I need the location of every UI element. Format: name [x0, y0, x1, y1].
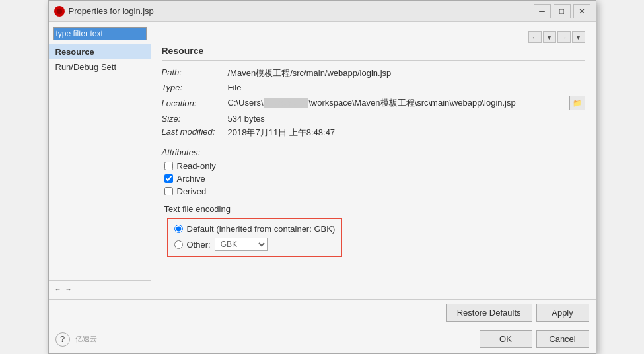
- encoding-select[interactable]: GBK UTF-8 ISO-8859-1: [215, 238, 268, 251]
- derived-label: Derived: [177, 186, 207, 196]
- title-bar: Properties for login.jsp ─ □ ✕: [49, 1, 596, 22]
- minimize-button[interactable]: ─: [534, 4, 551, 18]
- main-content: ← ▼ → ▼ Resource Path: /Maven模板工程/src/ma…: [151, 22, 596, 299]
- encoding-box: Default (inherited from container: GBK) …: [167, 218, 343, 257]
- maximize-button[interactable]: □: [554, 4, 571, 18]
- default-encoding-label: Default (inherited from container: GBK): [187, 224, 336, 234]
- attributes-label: Attributes:: [162, 147, 585, 157]
- sidebar-item-rundebug[interactable]: Run/Debug Sett: [49, 59, 151, 75]
- nav-back-btn[interactable]: ←: [528, 31, 542, 43]
- footer-left: ? 亿速云: [55, 332, 97, 347]
- cancel-button[interactable]: Cancel: [536, 330, 589, 348]
- window-icon: [54, 6, 65, 17]
- size-row: Size: 534 bytes: [162, 114, 585, 124]
- default-encoding-radio[interactable]: [174, 225, 183, 233]
- readonly-checkbox[interactable]: [164, 162, 173, 170]
- apply-button[interactable]: Apply: [536, 304, 589, 322]
- modified-label: Last modified:: [162, 127, 228, 139]
- dialog-body: Resource Run/Debug Sett ← → ← ▼ → ▼ Reso…: [49, 22, 596, 299]
- close-button[interactable]: ✕: [573, 4, 590, 18]
- sidebar: Resource Run/Debug Sett ← →: [49, 22, 151, 299]
- encoding-label: Text file encoding: [164, 204, 585, 214]
- archive-checkbox[interactable]: [164, 174, 173, 183]
- main-nav: ← ▼ → ▼: [162, 31, 585, 43]
- nav-fwd-btn[interactable]: →: [557, 31, 571, 43]
- default-encoding-row: Default (inherited from container: GBK): [174, 224, 336, 234]
- derived-row: Derived: [164, 186, 585, 196]
- window-title: Properties for login.jsp: [69, 6, 534, 16]
- sidebar-forward-arrow[interactable]: →: [63, 283, 74, 294]
- sidebar-item-resource[interactable]: Resource: [49, 44, 151, 59]
- sidebar-bottom: ← →: [49, 280, 151, 297]
- type-value: File: [228, 83, 585, 92]
- help-button[interactable]: ?: [55, 332, 70, 347]
- other-encoding-row: Other: GBK UTF-8 ISO-8859-1: [174, 238, 336, 251]
- archive-label: Archive: [177, 174, 205, 184]
- sidebar-back-arrow[interactable]: ←: [53, 283, 63, 294]
- readonly-row: Read-only: [164, 161, 585, 171]
- restore-defaults-button[interactable]: Restore Defaults: [446, 304, 532, 322]
- path-row: Path: /Maven模板工程/src/main/webapp/login.j…: [162, 67, 585, 79]
- modified-row: Last modified: 2018年7月11日 上午8:48:47: [162, 127, 585, 139]
- path-value: /Maven模板工程/src/main/webapp/login.jsp: [228, 67, 585, 79]
- location-row: Location: C:\Users\xxxxx\workspace\Maven…: [162, 96, 585, 110]
- encoding-section: Text file encoding Default (inherited fr…: [164, 204, 585, 257]
- watermark: 亿速云: [75, 334, 97, 344]
- nav-back-down-btn[interactable]: ▼: [543, 31, 556, 43]
- type-row: Type: File: [162, 83, 585, 92]
- dialog-footer: Restore Defaults Apply ? 亿速云 OK Cancel: [49, 299, 596, 353]
- size-value: 534 bytes: [228, 114, 585, 124]
- type-label: Type:: [162, 83, 228, 92]
- other-encoding-radio[interactable]: [174, 240, 183, 249]
- dialog: Properties for login.jsp ─ □ ✕ Resource …: [48, 0, 596, 354]
- footer-right: OK Cancel: [480, 330, 589, 348]
- modified-value: 2018年7月11日 上午8:48:47: [228, 127, 585, 139]
- location-browse-button[interactable]: 📁: [569, 96, 585, 110]
- archive-row: Archive: [164, 174, 585, 184]
- nav-fwd-down-btn[interactable]: ▼: [572, 31, 585, 43]
- section-title: Resource: [162, 46, 585, 61]
- path-label: Path:: [162, 67, 228, 79]
- footer-bottom: ? 亿速云 OK Cancel: [49, 326, 596, 353]
- footer-top: Restore Defaults Apply: [49, 300, 596, 326]
- filter-input[interactable]: [53, 27, 147, 40]
- size-label: Size:: [162, 114, 228, 124]
- other-encoding-label: Other:: [187, 240, 211, 250]
- location-value: C:\Users\xxxxx\workspace\Maven模板工程\src\m…: [228, 97, 567, 109]
- ok-button[interactable]: OK: [480, 330, 532, 348]
- attributes-section: Attributes: Read-only Archive Derived: [162, 147, 585, 199]
- derived-checkbox[interactable]: [164, 187, 173, 195]
- readonly-label: Read-only: [177, 161, 216, 171]
- location-label: Location:: [162, 98, 228, 108]
- title-controls: ─ □ ✕: [534, 4, 590, 18]
